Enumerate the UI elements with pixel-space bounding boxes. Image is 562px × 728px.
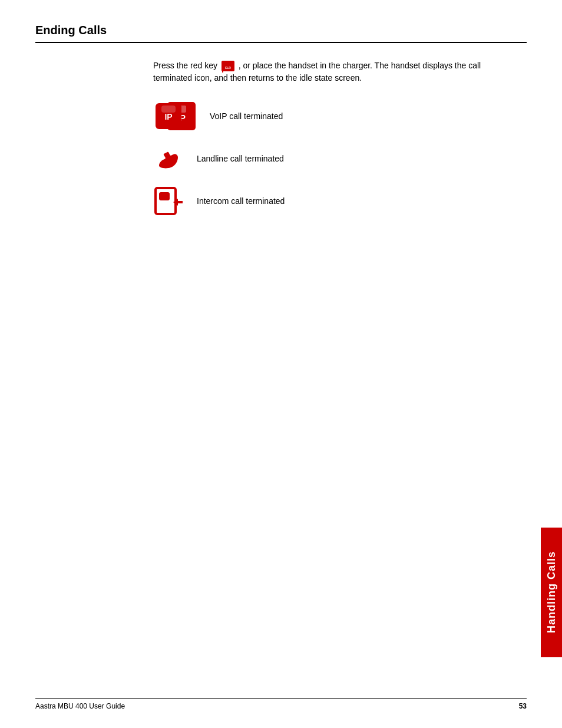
page-title: Ending Calls [35, 24, 107, 37]
footer-page-number: 53 [519, 702, 527, 710]
page-footer: Aastra MBU 400 User Guide 53 [35, 698, 527, 710]
page-container: Ending Calls Press the red key , or plac… [0, 0, 562, 728]
intro-text-before-key: Press the red key [153, 61, 217, 70]
sidebar-tab: Handling Calls [541, 528, 562, 657]
landline-call-terminated-icon [153, 143, 184, 174]
landline-call-item: Landline call terminated [153, 143, 491, 174]
intercom-call-terminated-icon [153, 186, 184, 216]
page-title-section: Ending Calls [35, 24, 527, 43]
red-key-icon [222, 61, 234, 71]
sidebar-tab-text: Handling Calls [546, 551, 558, 633]
svg-rect-4 [156, 188, 176, 214]
intro-paragraph: Press the red key , or place the handset… [153, 60, 491, 84]
landline-label: Landline call terminated [197, 154, 284, 163]
footer-left-text: Aastra MBU 400 User Guide [35, 702, 125, 710]
red-key-inner [222, 62, 223, 73]
intercom-call-item: Intercom call terminated [153, 186, 491, 216]
call-items-list: IP IP [153, 101, 491, 216]
voip-call-item: IP IP [153, 101, 491, 131]
voip-label: VoIP call terminated [210, 111, 283, 121]
intercom-label: Intercom call terminated [197, 196, 285, 206]
content-area: Press the red key , or place the handset… [153, 60, 491, 216]
voip-call-terminated-icon: IP [153, 101, 184, 131]
